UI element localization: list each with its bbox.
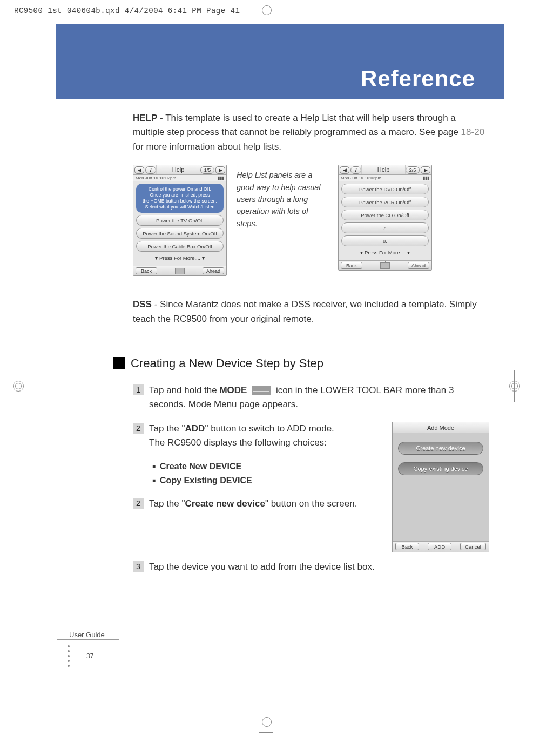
copy-existing-device-button[interactable]: Copy existing device bbox=[398, 462, 483, 475]
step2b-l1b: Create new device bbox=[185, 498, 265, 509]
power-cd-button[interactable]: Power the CD On/Off bbox=[341, 210, 429, 220]
power-sound-button[interactable]: Power the Sound System On/Off bbox=[136, 228, 224, 239]
help-panel-1: ◀ i Help 1/5 ▶ Mon Jun 16 10:02pm ▮▮▮ Co… bbox=[133, 165, 227, 276]
addmode-back-button[interactable]: Back bbox=[395, 543, 419, 550]
footer-rule bbox=[57, 639, 119, 640]
bullet-create-new: Create New DEVICE bbox=[152, 460, 334, 474]
power-dvd-button[interactable]: Power the DVD On/Off bbox=[341, 184, 429, 194]
add-mode-panel: Add Mode Create new device Copy existing… bbox=[392, 422, 489, 552]
section-heading: Creating a New Device Step by Step bbox=[131, 356, 323, 370]
slot-8-button[interactable]: 8. bbox=[341, 235, 429, 246]
slot-7-button[interactable]: 7. bbox=[341, 222, 429, 233]
lcd2-status-datetime: Mon Jun 16 10:02pm bbox=[341, 176, 381, 180]
footer-page-number: 37 bbox=[86, 652, 93, 660]
print-job-header: RC9500 1st 040604b.qxd 4/4/2004 6:41 PM … bbox=[14, 6, 240, 15]
press-for-more[interactable]: ▾ Press For More.... ▾ bbox=[136, 254, 224, 262]
lcd2-title: Help bbox=[361, 165, 406, 174]
next-arrow-button-2[interactable]: ▶ bbox=[421, 166, 430, 174]
step2b-l1a: Tap the " bbox=[149, 498, 185, 509]
back-button-2[interactable]: Back bbox=[341, 262, 362, 269]
lcd1-title: Help bbox=[156, 165, 200, 174]
crop-circle-bottom bbox=[262, 717, 272, 727]
banner: Reference bbox=[56, 24, 504, 99]
dss-body: - Since Marantz does not make a DSS rece… bbox=[133, 299, 477, 323]
step-number-3: 3 bbox=[133, 561, 144, 572]
lcd2-page-indicator: 2/5 bbox=[406, 166, 420, 174]
lcd1-blue-l4: Select what you will Watch/Listen bbox=[138, 204, 221, 210]
footer-dots bbox=[68, 645, 70, 667]
step-number-1: 1 bbox=[133, 384, 144, 395]
step-number-2a: 2 bbox=[133, 423, 144, 434]
step2a-l2: The RC9500 displays the following choice… bbox=[149, 437, 327, 448]
power-cable-button[interactable]: Power the Cable Box On/Off bbox=[136, 241, 224, 252]
info-icon[interactable]: i bbox=[145, 166, 156, 174]
mode-icon bbox=[252, 386, 271, 395]
section-bullet-square bbox=[113, 357, 125, 369]
battery-icon-2: ▮▮▮ bbox=[423, 176, 429, 180]
add-mode-title: Add Mode bbox=[393, 422, 489, 433]
step-2a-text: Tap the "ADD" button to switch to ADD mo… bbox=[149, 422, 334, 488]
press-for-more-2[interactable]: ▾ Press For More.... ▾ bbox=[341, 248, 429, 257]
reg-mark-left bbox=[2, 370, 35, 402]
step2a-l1a: Tap the " bbox=[149, 423, 185, 434]
step-1-text: Tap and hold the MODE icon in the LOWER … bbox=[149, 383, 489, 412]
banner-title: Reference bbox=[361, 66, 475, 92]
lcd1-status-datetime: Mon Jun 16 10:02pm bbox=[136, 176, 176, 180]
footer-user-guide: User Guide bbox=[69, 631, 105, 639]
battery-icon: ▮▮▮ bbox=[218, 176, 224, 180]
help-lead: HELP bbox=[133, 113, 157, 123]
lcd1-blue-l1: Control the power On and Off. bbox=[138, 186, 221, 192]
reg-mark-right bbox=[498, 370, 531, 402]
help-body-1: - This template is used to create a Help… bbox=[133, 113, 461, 137]
prev-arrow-button[interactable]: ◀ bbox=[134, 166, 144, 174]
next-arrow-button[interactable]: ▶ bbox=[215, 166, 225, 174]
power-vcr-button[interactable]: Power the VCR On/Off bbox=[341, 197, 429, 207]
crop-circle-top bbox=[262, 5, 272, 15]
power-tv-button[interactable]: Power the TV On/Off bbox=[136, 215, 224, 226]
step2b-l1c: " button on the screen. bbox=[265, 498, 357, 509]
home-icon[interactable] bbox=[175, 268, 185, 274]
help-pages: 18-20 bbox=[461, 127, 484, 137]
step2a-l1b: ADD bbox=[185, 423, 205, 434]
lcd1-instruction-box: Control the power On and Off. Once you a… bbox=[136, 184, 224, 213]
figure-caption: Help List panels are a good way to help … bbox=[237, 165, 328, 230]
help-paragraph: HELP - This template is used to create a… bbox=[133, 111, 489, 154]
step-3-text: Tap the device you want to add from the … bbox=[149, 560, 375, 574]
bullet-copy-existing: Copy Existing DEVICE bbox=[152, 474, 334, 488]
lcd1-blue-l2: Once you are finished, press bbox=[138, 192, 221, 198]
ahead-button-2[interactable]: Ahead bbox=[408, 262, 429, 269]
ahead-button[interactable]: Ahead bbox=[203, 267, 224, 274]
create-new-device-button[interactable]: Create new device bbox=[398, 442, 483, 455]
prev-arrow-button-2[interactable]: ◀ bbox=[340, 166, 349, 174]
dss-lead: DSS bbox=[133, 299, 152, 309]
dss-paragraph: DSS - Since Marantz does not make a DSS … bbox=[133, 298, 489, 326]
back-button[interactable]: Back bbox=[136, 267, 157, 274]
step-2b-text: Tap the "Create new device" button on th… bbox=[149, 497, 357, 511]
lcd1-page-indicator: 1/5 bbox=[200, 166, 214, 174]
step2a-l1c: " button to switch to ADD mode. bbox=[205, 423, 334, 434]
addmode-add-button[interactable]: ADD bbox=[428, 543, 451, 550]
step-number-2b: 2 bbox=[133, 498, 144, 509]
addmode-cancel-button[interactable]: Cancel bbox=[460, 543, 486, 550]
step1-pre: Tap and hold the bbox=[149, 385, 219, 395]
step1-mode: MODE bbox=[219, 385, 247, 395]
home-icon-2[interactable] bbox=[380, 262, 390, 269]
help-body-2: for more information about help lists. bbox=[133, 141, 281, 152]
lcd1-blue-l3: the HOME button below the screen. bbox=[138, 198, 221, 204]
help-panel-2: ◀ i Help 2/5 ▶ Mon Jun 16 10:02pm ▮▮▮ Po… bbox=[338, 165, 432, 271]
info-icon-2[interactable]: i bbox=[350, 166, 361, 174]
